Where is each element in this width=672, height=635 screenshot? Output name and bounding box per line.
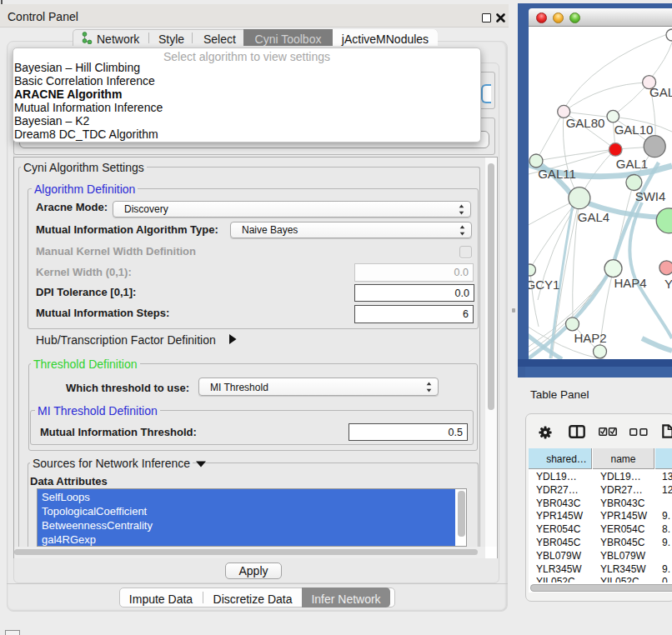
svg-text:GAL2: GAL2: [649, 85, 672, 99]
svg-text:GAL4: GAL4: [578, 210, 609, 224]
svg-text:GAL11: GAL11: [538, 167, 576, 181]
svg-text:SWI4: SWI4: [635, 189, 666, 203]
svg-text:GAL80: GAL80: [566, 116, 605, 130]
svg-text:GAL1: GAL1: [616, 157, 648, 171]
svg-text:HAP2: HAP2: [574, 331, 606, 345]
svg-text:GAL10: GAL10: [614, 122, 654, 137]
svg-text:HAP4: HAP4: [614, 276, 646, 290]
svg-text:GCY1: GCY1: [529, 278, 559, 292]
svg-text:YJ: YJ: [664, 277, 672, 291]
